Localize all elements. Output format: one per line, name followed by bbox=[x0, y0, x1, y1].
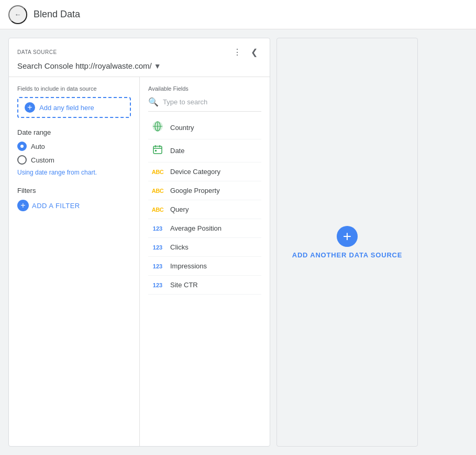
collapse-button[interactable]: ❮ bbox=[247, 45, 261, 59]
field-item[interactable]: Country bbox=[148, 116, 261, 139]
add-datasource-panel[interactable]: + ADD ANOTHER DATA SOURCE bbox=[276, 38, 418, 447]
field-type-icon bbox=[150, 121, 165, 134]
field-type-icon: 123 bbox=[150, 244, 165, 251]
available-fields-title: Available Fields bbox=[148, 85, 261, 92]
filters-label: Filters bbox=[17, 187, 131, 194]
field-item[interactable]: 123Average Position bbox=[148, 219, 261, 238]
field-name: Date bbox=[170, 147, 184, 155]
field-name: Query bbox=[170, 205, 189, 213]
right-column: Available Fields 🔍 CountryDateABCDevice … bbox=[140, 77, 270, 446]
field-name: Impressions bbox=[170, 262, 207, 270]
radio-auto[interactable]: Auto bbox=[17, 142, 131, 151]
radio-auto-label: Auto bbox=[31, 143, 45, 150]
main-content: Data source ⋮ ❮ Search Console http://ro… bbox=[0, 29, 476, 455]
back-button[interactable]: ← bbox=[8, 5, 27, 24]
field-item[interactable]: 123Impressions bbox=[148, 257, 261, 276]
add-filter-text: ADD A FILTER bbox=[32, 202, 80, 210]
more-options-button[interactable]: ⋮ bbox=[230, 45, 245, 59]
field-name: Average Position bbox=[170, 224, 222, 232]
search-icon: 🔍 bbox=[148, 97, 159, 107]
page-title: Blend Data bbox=[34, 9, 80, 20]
svg-rect-8 bbox=[155, 150, 157, 151]
add-filter-icon: + bbox=[17, 200, 29, 211]
card-header-actions: ⋮ ❮ bbox=[230, 45, 261, 59]
svg-rect-4 bbox=[153, 146, 162, 154]
field-item[interactable]: Date bbox=[148, 139, 261, 162]
fields-section-title: Fields to include in data source bbox=[17, 85, 131, 92]
field-item[interactable]: ABCQuery bbox=[148, 200, 261, 219]
field-item[interactable]: ABCDevice Category bbox=[148, 162, 261, 181]
radio-custom[interactable]: Custom bbox=[17, 155, 131, 165]
field-list: CountryDateABCDevice CategoryABCGoogle P… bbox=[148, 116, 261, 295]
field-type-icon: 123 bbox=[150, 282, 165, 288]
field-name: Google Property bbox=[170, 187, 220, 194]
add-field-icon: + bbox=[25, 102, 35, 113]
datasource-label: Data source bbox=[17, 49, 57, 55]
date-range-section: Date range Auto Custom Using date range … bbox=[17, 128, 131, 176]
dropdown-arrow-icon: ▼ bbox=[154, 62, 161, 70]
card-header-top: Data source ⋮ ❮ bbox=[17, 45, 261, 59]
card-header: Data source ⋮ ❮ Search Console http://ro… bbox=[9, 38, 270, 77]
date-range-hint: Using date range from chart. bbox=[17, 169, 131, 176]
add-filter-button[interactable]: + ADD A FILTER bbox=[17, 200, 80, 211]
field-item[interactable]: 123Clicks bbox=[148, 238, 261, 257]
radio-custom-circle bbox=[17, 155, 27, 165]
field-type-icon: 123 bbox=[150, 225, 165, 232]
field-name: Device Category bbox=[170, 168, 220, 176]
field-type-icon: 123 bbox=[150, 263, 165, 269]
field-name: Clicks bbox=[170, 243, 189, 251]
field-name: Country bbox=[170, 124, 194, 132]
app-header: ← Blend Data bbox=[0, 0, 476, 29]
left-column: Fields to include in data source + Add a… bbox=[9, 77, 140, 446]
radio-custom-label: Custom bbox=[31, 156, 54, 164]
add-datasource-icon: + bbox=[337, 226, 358, 247]
search-box: 🔍 bbox=[148, 97, 261, 112]
add-field-text: Add any field here bbox=[39, 104, 94, 112]
date-range-label: Date range bbox=[17, 128, 131, 136]
field-item[interactable]: ABCGoogle Property bbox=[148, 181, 261, 200]
more-icon: ⋮ bbox=[233, 47, 241, 57]
datasource-name: Search Console http://royalwaste.com/ bbox=[17, 61, 152, 70]
add-field-button[interactable]: + Add any field here bbox=[17, 97, 131, 118]
field-type-icon: ABC bbox=[150, 207, 165, 213]
add-datasource-text: ADD ANOTHER DATA SOURCE bbox=[292, 251, 403, 259]
field-type-icon: ABC bbox=[150, 169, 165, 175]
field-type-icon bbox=[150, 145, 165, 157]
radio-auto-circle bbox=[17, 142, 27, 151]
filters-section: Filters + ADD A FILTER bbox=[17, 187, 131, 211]
back-arrow-icon: ← bbox=[14, 10, 21, 18]
data-source-card: Data source ⋮ ❮ Search Console http://ro… bbox=[8, 38, 270, 447]
collapse-icon: ❮ bbox=[251, 47, 258, 57]
field-name: Site CTR bbox=[170, 281, 198, 289]
datasource-selector[interactable]: Search Console http://royalwaste.com/ ▼ bbox=[17, 61, 261, 77]
field-item[interactable]: 123Site CTR bbox=[148, 276, 261, 295]
radio-group: Auto Custom bbox=[17, 142, 131, 165]
search-input[interactable] bbox=[163, 98, 261, 106]
field-type-icon: ABC bbox=[150, 188, 165, 194]
card-body: Fields to include in data source + Add a… bbox=[9, 77, 270, 446]
